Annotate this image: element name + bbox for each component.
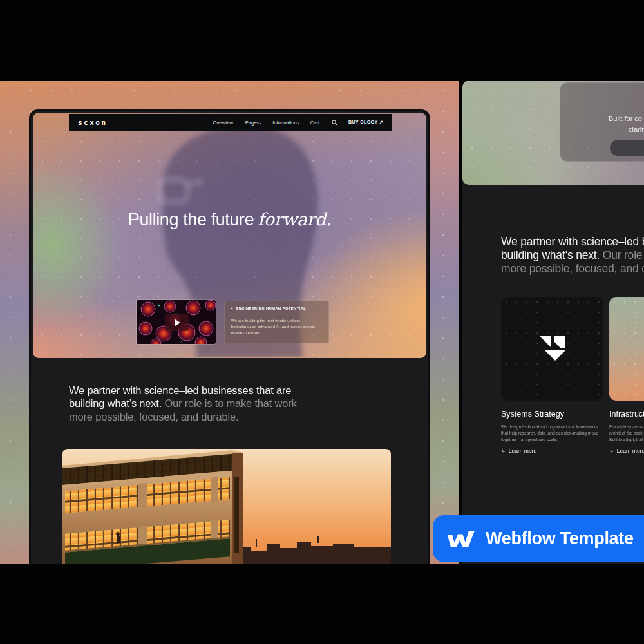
panel-hero-section: Built for co clarity [462, 80, 644, 185]
panel-intro-line-2: building what’s next. Our role is to mak… [501, 249, 644, 262]
webflow-logo-icon [447, 530, 475, 548]
building-photo [62, 449, 391, 564]
service-title: Systems Strategy [501, 410, 564, 419]
glass-card-line-1: Built for co [609, 115, 642, 122]
buy-template-button[interactable]: BUY OLOGY ↗ [348, 120, 383, 125]
nav-menu: Overview Pages• Information• Cart BUY OL… [213, 120, 383, 126]
showcase-canvas: scxon Overview Pages• Information• Cart … [0, 0, 644, 644]
panel-intro-line-1: We partner with science–led businesses t… [501, 235, 644, 249]
glass-card-button[interactable] [610, 140, 644, 156]
video-thumbnail[interactable] [136, 299, 216, 345]
service-description: From lab systems architect the back Buil… [609, 424, 644, 443]
main-site-window: scxon Overview Pages• Information• Cart … [29, 109, 430, 564]
external-arrow-icon: ↗ [379, 120, 383, 124]
nav-item-overview[interactable]: Overview [213, 120, 234, 126]
glass-card-line-2: clarity [629, 126, 644, 133]
feature-tag: ■ ENGINEERING HUMAN POTENTIAL [231, 307, 322, 310]
play-button[interactable] [165, 314, 189, 331]
service-title: Infrastructure [609, 410, 644, 419]
badge-label: Webflow Template [486, 529, 634, 549]
navbar: scxon Overview Pages• Information• Cart … [69, 114, 392, 131]
learn-more-link[interactable]: ↳ Learn more [501, 448, 536, 454]
secondary-site-panel: Built for co clarity We partner with sci… [462, 80, 644, 564]
webflow-template-badge[interactable]: Webflow Template [433, 515, 644, 562]
grain-texture [609, 297, 644, 401]
return-arrow-icon: ↳ [609, 448, 614, 454]
square-bullet-icon: ■ [231, 307, 233, 310]
search-icon[interactable] [332, 120, 337, 126]
nav-item-pages[interactable]: Pages• [245, 120, 261, 126]
dropdown-dot-icon: • [298, 121, 299, 125]
service-description: We design technical and organizational f… [501, 424, 608, 443]
hero-section: scxon Overview Pages• Information• Cart … [33, 113, 426, 358]
glass-card: Built for co clarity [560, 82, 644, 162]
intro-line-1: We partner with science–led businesses t… [69, 384, 291, 397]
learn-more-link[interactable]: ↳ Learn more [609, 448, 644, 454]
dropdown-dot-icon: • [260, 121, 261, 125]
intro-line-2: building what’s next. Our role is to mak… [69, 397, 297, 410]
play-icon [175, 319, 180, 326]
intro-line-3: more possible, focused, and durable. [69, 411, 238, 423]
pinwheel-logo-icon [538, 334, 567, 364]
feature-description: We are building the next frontier, where… [231, 318, 322, 335]
site-logo[interactable]: scxon [78, 118, 108, 127]
nav-item-information[interactable]: Information• [272, 120, 299, 126]
panel-intro-line-3: more possible, focused, and durable. [501, 262, 644, 276]
nav-item-cart[interactable]: Cart [310, 120, 321, 126]
hero-title-accent: forward. [258, 209, 331, 229]
service-card-systems[interactable] [501, 297, 603, 401]
feature-card: ■ ENGINEERING HUMAN POTENTIAL We are bui… [224, 301, 329, 343]
service-card-infrastructure[interactable] [609, 297, 644, 401]
return-arrow-icon: ↳ [501, 448, 506, 454]
hero-title: Pulling the futureforward. [33, 209, 426, 230]
